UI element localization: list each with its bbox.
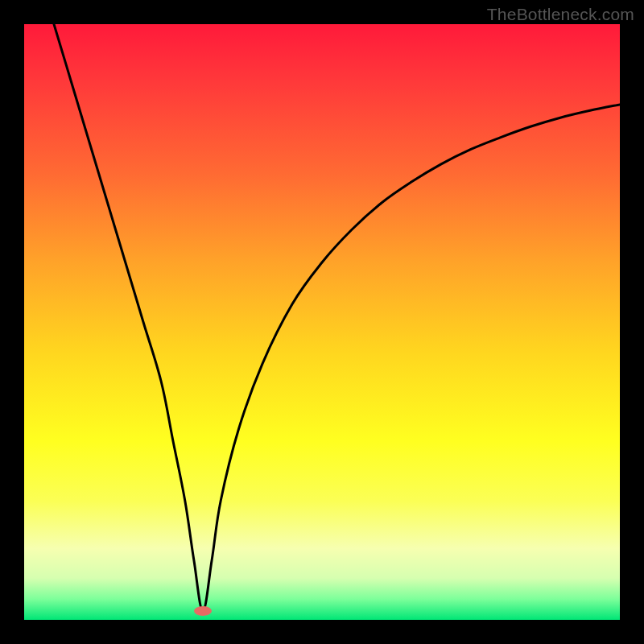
watermark-text: TheBottleneck.com (487, 5, 634, 24)
gradient-background (24, 24, 620, 620)
chart-frame: TheBottleneck.com (0, 0, 644, 644)
chart-svg (24, 24, 620, 620)
plot-area (24, 24, 620, 620)
minimum-marker (194, 606, 212, 616)
